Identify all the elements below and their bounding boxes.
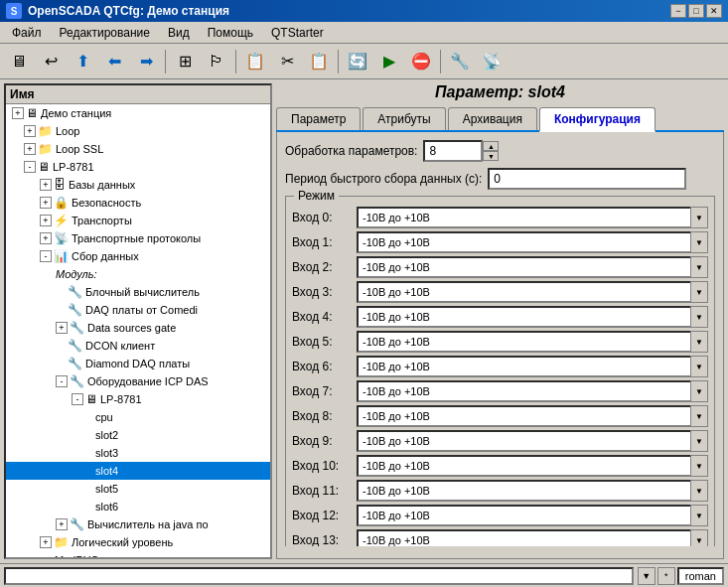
input-select-wrapper-9[interactable]: -10В до +10В ▼ [357, 430, 708, 452]
toolbar-paste-btn[interactable]: 📋 [304, 48, 334, 75]
tree-toggle-db[interactable]: + [40, 179, 52, 191]
maximize-button[interactable]: □ [688, 4, 704, 18]
toolbar-grid-btn[interactable]: ⊞ [170, 48, 200, 75]
status-star-btn[interactable]: * [657, 567, 675, 585]
tab-param[interactable]: Параметр [276, 107, 361, 130]
input-select-0[interactable]: -10В до +10В [357, 207, 708, 228]
toolbar-next-btn[interactable]: ➡ [131, 48, 161, 75]
spin-up-btn[interactable]: ▲ [483, 141, 499, 151]
tree-toggle-oborud[interactable]: - [56, 375, 68, 387]
tree-item-cpu[interactable]: cpu [6, 408, 270, 426]
toolbar-copy-btn[interactable]: 📋 [240, 48, 270, 75]
input-select-12[interactable]: -10В до +10В [357, 505, 708, 526]
input-select-6[interactable]: -10В до +10В [357, 356, 708, 377]
input-select-wrapper-8[interactable]: -10В до +10В ▼ [357, 405, 708, 427]
tab-archive[interactable]: Архивация [448, 107, 537, 130]
tree-item-dcon[interactable]: 🔧 DCON клиент [6, 337, 270, 355]
tree-item-collect[interactable]: - 📊 Сбор данных [6, 247, 270, 265]
processing-spinbox[interactable]: ▲ ▼ [423, 140, 499, 162]
tree-body[interactable]: + 🖥 Демо станция + 📁 Loop + 📁 Loop SSL [6, 104, 270, 557]
toolbar-refresh-btn[interactable]: 🔄 [343, 48, 372, 75]
input-select-9[interactable]: -10В до +10В [357, 430, 708, 452]
toolbar-settings-btn[interactable]: 🔧 [445, 48, 475, 75]
tree-item-modul[interactable]: Модуль: [6, 265, 270, 283]
tree-toggle-calc[interactable]: + [56, 518, 68, 530]
input-select-1[interactable]: -10В до +10В [357, 231, 708, 253]
toolbar-cut-btn[interactable]: ✂ [272, 48, 302, 75]
toolbar-flag-btn[interactable]: 🏳 [202, 48, 231, 75]
tree-item-lp8781-2[interactable]: - 🖥 LP-8781 [6, 390, 270, 408]
tree-item-transp[interactable]: + 📡 Транспортные протоколы [6, 229, 270, 247]
input-select-wrapper-7[interactable]: -10В до +10В ▼ [357, 380, 708, 402]
input-select-wrapper-4[interactable]: -10В до +10В ▼ [357, 306, 708, 328]
toolbar-connect-btn[interactable]: 📡 [477, 48, 507, 75]
menu-file[interactable]: Файл [4, 24, 50, 42]
tree-toggle-sec[interactable]: + [40, 197, 52, 209]
input-select-7[interactable]: -10В до +10В [357, 380, 708, 402]
status-dropdown-btn[interactable]: ▼ [638, 567, 655, 585]
input-select-13[interactable]: -10В до +10В [357, 529, 708, 546]
minimize-button[interactable]: − [670, 4, 686, 18]
period-input[interactable] [488, 168, 686, 190]
tree-item-block[interactable]: 🔧 Блочный вычислитель [6, 283, 270, 301]
tree-toggle-demo[interactable]: + [12, 107, 24, 119]
tree-item-comedi[interactable]: 🔧 DAQ платы от Comedi [6, 301, 270, 319]
tree-item-diamond[interactable]: 🔧 Diamond DAQ платы [6, 355, 270, 372]
tree-item-slot3[interactable]: slot3 [6, 444, 270, 462]
input-select-wrapper-6[interactable]: -10В до +10В ▼ [357, 356, 708, 377]
input-select-wrapper-13[interactable]: -10В до +10В ▼ [357, 529, 708, 546]
close-button[interactable]: ✕ [706, 4, 722, 18]
tree-item-loop[interactable]: + 📁 Loop [6, 122, 270, 140]
tree-item-slot5[interactable]: slot5 [6, 480, 270, 498]
input-select-wrapper-3[interactable]: -10В до +10В ▼ [357, 281, 708, 303]
tree-toggle-logic[interactable]: + [40, 536, 52, 548]
tree-toggle-loopssl[interactable]: + [24, 143, 36, 155]
tree-toggle-data-gate[interactable]: + [56, 322, 68, 334]
tree-toggle-lp8781-2[interactable]: - [72, 393, 83, 405]
input-select-wrapper-0[interactable]: -10В до +10В ▼ [357, 207, 708, 228]
tree-item-db[interactable]: + 🗄 Базы данных [6, 176, 270, 194]
tree-item-data-gate[interactable]: + 🔧 Data sources gate [6, 319, 270, 337]
toolbar-back-btn[interactable]: ↩ [36, 48, 66, 75]
input-select-4[interactable]: -10В до +10В [357, 306, 708, 328]
tree-item-logic[interactable]: + 📁 Логический уровень [6, 533, 270, 551]
input-select-3[interactable]: -10В до +10В [357, 281, 708, 303]
tree-item-demo[interactable]: + 🖥 Демо станция [6, 104, 270, 122]
input-select-10[interactable]: -10В до +10В [357, 455, 708, 477]
toolbar-app-btn[interactable]: 🖥 [4, 48, 34, 75]
tree-item-slot4[interactable]: slot4 [6, 462, 270, 480]
tree-item-lp8781[interactable]: - 🖥 LP-8781 [6, 158, 270, 176]
tree-item-oborud[interactable]: - 🔧 Оборудование ICP DAS [6, 372, 270, 390]
tree-item-sec[interactable]: + 🔒 Безопасность [6, 194, 270, 212]
tree-toggle-trans[interactable]: + [40, 215, 52, 226]
input-select-wrapper-12[interactable]: -10В до +10В ▼ [357, 505, 708, 526]
input-select-wrapper-5[interactable]: -10В до +10В ▼ [357, 331, 708, 353]
tree-item-calc[interactable]: + 🔧 Вычислитель на java по [6, 515, 270, 533]
toolbar-stop-btn[interactable]: ⛔ [406, 48, 436, 75]
tree-item-slot6[interactable]: slot6 [6, 498, 270, 515]
toolbar-run-btn[interactable]: ▶ [374, 48, 404, 75]
input-select-wrapper-1[interactable]: -10В до +10В ▼ [357, 231, 708, 253]
tree-item-modbus[interactable]: → ModBUS [6, 551, 270, 557]
tree-item-slot2[interactable]: slot2 [6, 426, 270, 444]
processing-input[interactable] [423, 140, 483, 162]
input-select-wrapper-10[interactable]: -10В до +10В ▼ [357, 455, 708, 477]
tab-attr[interactable]: Атрибуты [363, 107, 445, 130]
input-select-wrapper-11[interactable]: -10В до +10В ▼ [357, 480, 708, 502]
menu-view[interactable]: Вид [160, 24, 198, 42]
tree-toggle-loop[interactable]: + [24, 125, 36, 137]
input-select-8[interactable]: -10В до +10В [357, 405, 708, 427]
tree-toggle-lp8781[interactable]: - [24, 161, 36, 173]
menu-help[interactable]: Помощь [200, 24, 261, 42]
input-select-2[interactable]: -10В до +10В [357, 256, 708, 278]
menu-edit[interactable]: Редактирование [52, 24, 158, 42]
input-select-11[interactable]: -10В до +10В [357, 480, 708, 502]
input-select-wrapper-2[interactable]: -10В до +10В ▼ [357, 256, 708, 278]
tab-config[interactable]: Конфигурация [539, 107, 655, 132]
menu-qtstarter[interactable]: QTStarter [263, 24, 332, 42]
tree-toggle-transp[interactable]: + [40, 232, 52, 244]
input-select-5[interactable]: -10В до +10В [357, 331, 708, 353]
tree-item-trans[interactable]: + ⚡ Транспорты [6, 212, 270, 229]
config-scroll[interactable]: Обработка параметров: ▲ ▼ Период быстрог… [285, 140, 715, 546]
tree-toggle-collect[interactable]: - [40, 250, 52, 262]
